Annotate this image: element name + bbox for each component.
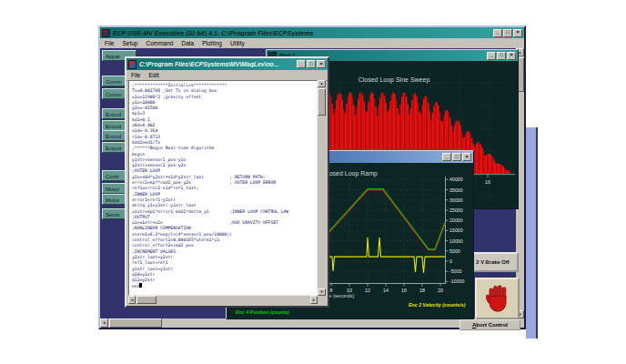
menu-plotting[interactable]: Plotting <box>202 40 222 46</box>
svg-text:14: 14 <box>383 288 389 293</box>
abort-hand-panel[interactable] <box>475 278 520 319</box>
svg-text:Closed Loop Ramp: Closed Loop Ramp <box>323 170 378 177</box>
minimize-button[interactable]: _ <box>297 60 306 68</box>
editor-window: C:\Program Files\ECPSystems\MV\MagLev\no… <box>125 56 329 308</box>
svg-text:30000: 30000 <box>449 197 463 203</box>
editor-scroll-corner <box>318 296 326 304</box>
maximize-button[interactable]: □ <box>307 60 316 68</box>
svg-text:Closed Loop Sine Sweep: Closed Loop Sine Sweep <box>358 76 430 84</box>
menu-command[interactable]: Command <box>146 40 173 46</box>
main-hscrollbar[interactable]: ◄ ► <box>100 318 516 328</box>
svg-text:15000: 15000 <box>449 228 463 233</box>
stop-hand-icon <box>486 284 510 313</box>
svg-text:-10000: -10000 <box>449 278 465 284</box>
document-icon <box>128 60 136 69</box>
close-button[interactable]: × <box>513 29 522 37</box>
text-caret <box>139 283 142 288</box>
app-icon <box>102 29 110 37</box>
maximize-button[interactable]: □ <box>497 52 506 60</box>
svg-text:20000: 20000 <box>449 217 463 223</box>
editor-hscrollbar[interactable]: ◄ ► <box>128 296 318 304</box>
svg-text:16: 16 <box>401 288 407 293</box>
svg-text:5000: 5000 <box>449 248 460 254</box>
code-editor-area[interactable]: ;*************Initialize************* Ts… <box>128 80 318 296</box>
editor-menu-edit[interactable]: Edit <box>148 72 158 78</box>
right-edge-strip <box>526 127 538 339</box>
scroll-down-icon[interactable]: ▼ <box>318 288 326 296</box>
close-button[interactable]: × <box>317 60 326 68</box>
menu-utility[interactable]: Utility <box>230 40 245 46</box>
scroll-up-icon[interactable]: ▲ <box>318 80 326 87</box>
editor-title: C:\Program Files\ECPSystems\MV\MagLev\no… <box>139 61 294 67</box>
menu-file[interactable]: File <box>105 40 114 46</box>
svg-text:10: 10 <box>485 179 490 185</box>
minimize-button[interactable]: _ <box>487 52 496 60</box>
maximize-button[interactable]: □ <box>503 29 512 37</box>
abort-label-rest: bort Control <box>476 322 508 328</box>
brake-button[interactable]: 2 V Brake Off <box>467 252 519 272</box>
code-text: ;*************Initialize************* Ts… <box>129 81 317 290</box>
close-button[interactable]: × <box>462 153 471 161</box>
minimize-button[interactable]: _ <box>493 29 502 37</box>
editor-vscrollbar[interactable]: ▲ ▼ <box>318 80 326 296</box>
svg-text:35000: 35000 <box>449 187 463 193</box>
menu-data[interactable]: Data <box>181 40 194 46</box>
editor-titlebar[interactable]: C:\Program Files\ECPSystems\MV\MagLev\no… <box>126 58 328 70</box>
svg-text:20: 20 <box>438 288 443 293</box>
vscroll-thumb[interactable] <box>318 88 326 116</box>
menu-setup[interactable]: Setup <box>122 40 137 46</box>
svg-text:Enc 2 Velocity (counts/s): Enc 2 Velocity (counts/s) <box>409 302 466 308</box>
svg-text:18: 18 <box>419 288 425 293</box>
scroll-left-icon[interactable]: ◄ <box>100 318 108 328</box>
abort-label[interactable]: Abort Control <box>459 319 520 330</box>
svg-text:Enc 4 Position (counts): Enc 4 Position (counts) <box>236 309 289 315</box>
svg-text:-5000: -5000 <box>449 268 462 274</box>
desktop: ECP USR-MV Executive (32 bit) 4.1- C:\Pr… <box>0 0 626 364</box>
hscroll-thumb[interactable] <box>136 296 156 304</box>
svg-text:40000: 40000 <box>449 177 463 182</box>
scroll-right-icon[interactable]: ► <box>310 296 318 304</box>
minimize-button[interactable]: _ <box>442 153 451 161</box>
svg-text:12: 12 <box>365 288 370 293</box>
editor-menu-file[interactable]: File <box>131 72 140 78</box>
maximize-button[interactable]: □ <box>452 153 461 161</box>
svg-text:10000: 10000 <box>449 238 463 244</box>
main-title: ECP USR-MV Executive (32 bit) 4.1- C:\Pr… <box>113 30 490 36</box>
main-titlebar[interactable]: ECP USR-MV Executive (32 bit) 4.1- C:\Pr… <box>100 27 524 38</box>
close-button[interactable]: × <box>507 52 516 60</box>
svg-text:25000: 25000 <box>449 207 463 213</box>
hscroll-thumb[interactable] <box>109 318 162 328</box>
scroll-left-icon[interactable]: ◄ <box>128 296 136 304</box>
svg-text:0: 0 <box>449 258 452 264</box>
